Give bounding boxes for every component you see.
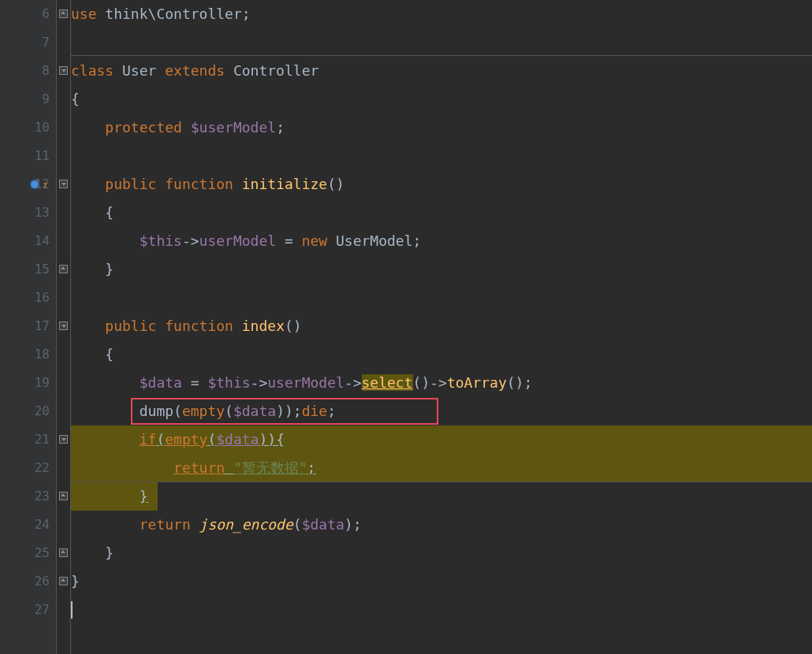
fold-end-icon[interactable]	[59, 577, 68, 585]
code-line[interactable]: protected $userModel;	[71, 113, 812, 142]
code-line[interactable]	[71, 284, 812, 312]
fold-end-icon[interactable]	[59, 492, 68, 500]
line-number[interactable]: 20	[0, 397, 50, 425]
code-line[interactable]: }	[71, 539, 812, 567]
fold-marker-icon[interactable]	[59, 66, 68, 75]
line-number[interactable]: 27	[0, 596, 50, 624]
line-number[interactable]: 26	[0, 567, 50, 596]
line-number[interactable]: 11	[0, 142, 50, 170]
code-editor[interactable]: 6 7 8 9 10 11 12 ↑ 13 14 15 16 17 18 19 …	[0, 0, 812, 654]
code-line[interactable]: return json_encode($data);	[71, 511, 812, 539]
code-line[interactable]	[71, 142, 812, 170]
code-line[interactable]	[71, 596, 812, 624]
code-line[interactable]: use think\Controller;	[71, 0, 812, 28]
code-line[interactable]: public function index()	[71, 312, 812, 340]
line-number[interactable]: 23	[0, 482, 50, 511]
fold-end-icon[interactable]	[59, 265, 68, 273]
line-number[interactable]: 14	[0, 227, 50, 255]
line-number[interactable]: 25	[0, 539, 50, 567]
code-line[interactable]: dump(empty($data));die;	[71, 397, 812, 425]
code-line[interactable]: $data = $this->userModel->select()->toAr…	[71, 369, 812, 397]
arrow-up-icon: ↑	[42, 170, 48, 199]
line-number-gutter[interactable]: 6 7 8 9 10 11 12 ↑ 13 14 15 16 17 18 19 …	[0, 0, 57, 654]
code-line[interactable]: }	[71, 482, 812, 511]
line-number[interactable]: 13	[0, 199, 50, 227]
caret	[71, 601, 73, 619]
code-line[interactable]	[71, 28, 812, 57]
line-number[interactable]: 6	[0, 0, 50, 28]
fold-marker-icon[interactable]	[59, 180, 68, 188]
code-line[interactable]: class User extends Controller	[71, 57, 812, 85]
fold-end-icon[interactable]	[59, 548, 68, 557]
line-number[interactable]: 15	[0, 255, 50, 284]
code-line[interactable]: return "暂无数据";	[71, 454, 812, 482]
code-line[interactable]: {	[71, 340, 812, 369]
fold-column[interactable]	[57, 0, 71, 654]
code-line[interactable]: $this->userModel = new UserModel;	[71, 227, 812, 255]
fold-end-icon[interactable]	[59, 9, 68, 18]
code-line[interactable]: {	[71, 85, 812, 113]
line-number[interactable]: 12 ↑	[0, 170, 50, 199]
line-number[interactable]: 19	[0, 369, 50, 397]
code-line[interactable]: if(empty($data)){	[71, 425, 812, 454]
code-line[interactable]: }	[71, 567, 812, 596]
line-number[interactable]: 24	[0, 511, 50, 539]
line-number[interactable]: 10	[0, 113, 50, 142]
fold-marker-icon[interactable]	[59, 321, 68, 330]
code-line[interactable]: }	[71, 255, 812, 284]
line-number[interactable]: 22	[0, 454, 50, 482]
fold-marker-icon[interactable]	[59, 435, 68, 444]
line-number[interactable]: 16	[0, 284, 50, 312]
code-line[interactable]: {	[71, 199, 812, 227]
line-number[interactable]: 21	[0, 425, 50, 454]
code-line[interactable]: public function initialize()	[71, 170, 812, 199]
line-number[interactable]: 18	[0, 340, 50, 369]
line-number[interactable]: 8	[0, 57, 50, 85]
line-number[interactable]: 7	[0, 28, 50, 57]
line-number[interactable]: 9	[0, 85, 50, 113]
override-gutter-icon[interactable]	[30, 180, 39, 189]
line-number[interactable]: 17	[0, 312, 50, 340]
code-area[interactable]: use think\Controller; class User extends…	[71, 0, 812, 654]
